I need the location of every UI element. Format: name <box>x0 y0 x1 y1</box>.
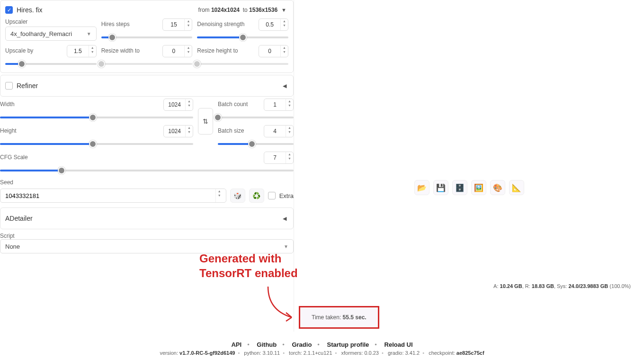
refiner-checkbox[interactable] <box>5 82 13 90</box>
hires-fix-section: ✓ Hires. fix from 1024x1024 to 1536x1536… <box>0 0 294 73</box>
denoise-slider[interactable] <box>197 33 288 42</box>
batch-count-slider[interactable] <box>218 113 294 122</box>
denoise-label: Denoising strength <box>197 21 244 27</box>
footer-link-gradio[interactable]: Gradio <box>292 341 312 348</box>
adetailer-section: ADetailer ◀ <box>0 207 294 229</box>
footer-link-startup[interactable]: Startup profile <box>327 341 369 348</box>
footer-link-api[interactable]: API <box>231 341 242 348</box>
arrow-icon <box>266 284 304 327</box>
footer-links: API• Github• Gradio• Startup profile• Re… <box>0 341 644 348</box>
adetailer-title: ADetailer <box>5 215 33 222</box>
refiner-title: Refiner <box>17 82 38 90</box>
resize-width-label: Resize width to <box>101 47 140 54</box>
upscale-by-label: Upscale by <box>5 47 33 54</box>
resize-height-slider[interactable] <box>197 59 288 69</box>
batch-size-slider[interactable] <box>218 139 294 149</box>
footer-link-github[interactable]: Github <box>257 341 277 348</box>
chevron-down-icon[interactable]: ▼ <box>279 7 288 13</box>
width-slider[interactable] <box>0 113 193 122</box>
height-input[interactable]: ▲▼ <box>163 125 193 137</box>
image-icon[interactable]: 🖼️ <box>471 180 486 195</box>
zip-icon[interactable]: 🗄️ <box>452 180 467 195</box>
batch-size-input[interactable]: ▲▼ <box>264 125 294 137</box>
denoise-input[interactable]: ▲▼ <box>259 18 288 31</box>
upscale-by-input[interactable]: ▲▼ <box>67 45 97 57</box>
annotation-text: Generated with TensorRT enabled <box>199 251 298 280</box>
batch-count-label: Batch count <box>218 101 248 108</box>
save-icon[interactable]: 💾 <box>433 180 448 195</box>
chevron-down-icon: ▼ <box>87 31 91 36</box>
extra-checkbox[interactable] <box>268 192 276 199</box>
script-label: Script <box>0 233 15 239</box>
hires-fix-title: Hires. fix <box>17 6 42 14</box>
height-label: Height <box>0 127 17 134</box>
hires-steps-label: Hires steps <box>101 21 130 27</box>
width-label: Width <box>0 101 15 108</box>
memory-stats: A: 10.24 GB, R: 18.83 GB, Sys: 24.0/23.9… <box>493 283 631 289</box>
hires-dim-text: from 1024x1024 to 1536x1536 <box>198 7 278 13</box>
refiner-section: Refiner ◀ <box>0 75 294 97</box>
chevron-left-icon[interactable]: ◀ <box>281 83 288 89</box>
resize-width-input[interactable]: ▲▼ <box>162 45 192 57</box>
cfg-input[interactable]: ▲▼ <box>264 152 294 164</box>
seed-label: Seed <box>0 179 294 186</box>
upscaler-select[interactable]: 4x_foolhardy_Remacri ▼ <box>5 27 97 41</box>
height-slider[interactable] <box>0 139 193 149</box>
resize-width-slider[interactable] <box>101 59 193 69</box>
output-toolbar: 📂 💾 🗄️ 🖼️ 🎨 📐 <box>294 180 644 195</box>
chevron-down-icon: ▼ <box>284 244 288 249</box>
upscaler-label: Upscaler <box>5 18 97 25</box>
hires-fix-checkbox[interactable]: ✓ <box>5 6 13 14</box>
ruler-icon[interactable]: 📐 <box>509 180 524 195</box>
recycle-icon[interactable]: ♻️ <box>249 189 264 203</box>
extra-label: Extra <box>279 192 294 199</box>
chevron-left-icon[interactable]: ◀ <box>281 216 288 222</box>
footer-link-reload[interactable]: Reload UI <box>385 341 413 348</box>
cfg-label: CFG Scale <box>0 154 28 161</box>
resize-height-input[interactable]: ▲▼ <box>259 45 288 57</box>
palette-icon[interactable]: 🎨 <box>490 180 505 195</box>
folder-icon[interactable]: 📂 <box>414 180 429 195</box>
batch-count-input[interactable]: ▲▼ <box>264 99 294 111</box>
footer: API• Github• Gradio• Startup profile• Re… <box>0 332 644 358</box>
resize-height-label: Resize height to <box>197 47 238 54</box>
dice-icon[interactable]: 🎲 <box>230 189 245 203</box>
hires-steps-slider[interactable] <box>101 33 193 42</box>
cfg-slider[interactable] <box>0 166 294 175</box>
batch-size-label: Batch size <box>218 127 244 134</box>
swap-dimensions-button[interactable]: ⇅ <box>198 108 213 135</box>
width-input[interactable]: ▲▼ <box>163 99 193 111</box>
version-line: version: v1.7.0-RC-5-gf92d6149• python: … <box>0 350 644 356</box>
hires-steps-input[interactable]: ▲▼ <box>162 18 192 31</box>
time-taken-box: Time taken: 55.5 sec. <box>299 306 379 329</box>
upscale-by-slider[interactable] <box>5 59 97 69</box>
seed-input[interactable]: ▲▼ <box>0 189 226 203</box>
